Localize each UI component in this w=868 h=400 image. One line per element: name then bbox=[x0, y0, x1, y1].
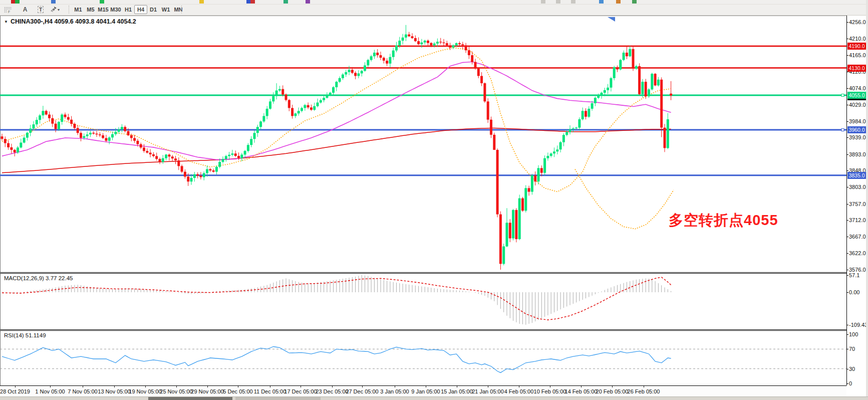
line-handle[interactable] bbox=[841, 94, 844, 97]
toolbar-icon-fragment[interactable] bbox=[199, 0, 204, 4]
candle-body bbox=[304, 105, 306, 108]
template-grid-button[interactable]: F bbox=[4, 5, 15, 14]
candle-body bbox=[588, 109, 590, 117]
candle-body bbox=[651, 74, 653, 89]
candle-body bbox=[332, 87, 335, 93]
candle-body bbox=[80, 133, 82, 138]
timeframe-button-m5[interactable]: M5 bbox=[84, 5, 97, 14]
timeframe-button-m15[interactable]: M15 bbox=[97, 5, 110, 14]
candle-body bbox=[604, 90, 606, 93]
candle-body bbox=[329, 93, 332, 95]
candle-body bbox=[130, 135, 133, 138]
price-axis-tick: 3622.0 bbox=[849, 250, 866, 256]
toolbar-icon-fragment[interactable] bbox=[306, 0, 310, 4]
candle-body bbox=[92, 133, 95, 134]
date-axis-label: 13 Nov 05:00 bbox=[98, 388, 130, 394]
candle-body bbox=[36, 120, 38, 124]
candle-body bbox=[521, 198, 524, 211]
candle-body bbox=[619, 60, 622, 70]
candle-body bbox=[143, 147, 145, 151]
timeframe-button-h4[interactable]: H4 bbox=[134, 5, 147, 14]
toolbar-icon-fragment[interactable] bbox=[250, 0, 255, 4]
candle-body bbox=[512, 210, 514, 239]
chart-shift-marker-icon[interactable] bbox=[608, 17, 615, 22]
candle-body bbox=[629, 49, 631, 57]
window-edge bbox=[866, 0, 868, 400]
price-axis-tick: 3893.0 bbox=[849, 151, 866, 157]
grid-f-icon: F bbox=[4, 7, 12, 13]
candle-body bbox=[234, 153, 237, 156]
candle-body bbox=[209, 169, 211, 171]
level-price-badge: 4055.0 bbox=[847, 92, 866, 99]
candle-body bbox=[496, 150, 499, 215]
tick-mark bbox=[847, 154, 848, 155]
toolbar-icon-fragment[interactable] bbox=[632, 0, 637, 4]
candle-body bbox=[127, 131, 130, 135]
candle-body bbox=[626, 53, 628, 56]
toolbar-icon-fragment[interactable] bbox=[51, 0, 56, 4]
rsi-indicator-chart[interactable] bbox=[0, 331, 846, 385]
candle-body bbox=[171, 156, 174, 158]
timeframe-button-m30[interactable]: M30 bbox=[109, 5, 122, 14]
candle-body bbox=[667, 119, 669, 148]
tick-mark bbox=[847, 137, 848, 138]
toolbar-icon-fragment[interactable] bbox=[541, 0, 545, 4]
chevron-down-icon: ▼ bbox=[57, 8, 61, 12]
toolbar-icon-fragment[interactable] bbox=[571, 0, 575, 4]
timeframe-button-m1[interactable]: M1 bbox=[72, 5, 85, 14]
candle-body bbox=[89, 133, 92, 134]
tick-mark bbox=[847, 270, 848, 270]
candle-body bbox=[534, 175, 536, 181]
clipped-toolbar-row bbox=[0, 0, 868, 5]
candle-body bbox=[373, 53, 376, 56]
candle-body bbox=[616, 67, 619, 69]
chart-menu-triangle-icon[interactable]: ▼ bbox=[4, 20, 8, 24]
candle-body bbox=[102, 135, 104, 138]
candle-body bbox=[288, 100, 291, 108]
text-label-button[interactable]: A bbox=[20, 5, 30, 14]
candle-body bbox=[556, 149, 558, 151]
line-handle[interactable] bbox=[841, 129, 844, 131]
toolbar-icon-fragment[interactable] bbox=[100, 0, 104, 4]
timeframe-button-h1[interactable]: H1 bbox=[122, 5, 135, 14]
bottom-tab-fragment[interactable] bbox=[235, 397, 321, 400]
rsi-axis-tick: 0 bbox=[849, 380, 852, 386]
rsi-axis-tick: 70 bbox=[849, 346, 855, 352]
tick-mark bbox=[332, 386, 333, 387]
date-axis-label: 4 Feb 05:00 bbox=[504, 388, 534, 394]
candle-body bbox=[317, 103, 319, 106]
toolbar-icon-fragment[interactable] bbox=[599, 0, 604, 4]
price-axis[interactable]: 4256.04210.04165.04120.04074.04029.03984… bbox=[846, 16, 866, 385]
toolbar-icon-fragment[interactable] bbox=[15, 0, 20, 4]
tick-mark bbox=[301, 386, 301, 387]
candle-body bbox=[380, 55, 382, 58]
candle-body bbox=[468, 50, 470, 55]
candle-body bbox=[623, 53, 625, 60]
macd-indicator-chart[interactable] bbox=[0, 274, 846, 329]
bottom-tab-fragment[interactable] bbox=[148, 397, 232, 400]
candle-body bbox=[405, 35, 407, 38]
candle-body bbox=[149, 153, 152, 154]
macd-axis-tick: 57.1 bbox=[849, 272, 859, 278]
tick-mark bbox=[395, 386, 395, 387]
candle-body bbox=[537, 168, 540, 181]
date-axis[interactable]: 28 Oct 20191 Nov 05:007 Nov 05:0013 Nov … bbox=[0, 385, 846, 397]
timeframe-button-w1[interactable]: W1 bbox=[159, 5, 172, 14]
tick-mark bbox=[847, 72, 848, 72]
date-axis-label: 25 Nov 05:00 bbox=[160, 388, 192, 394]
toolbar-icon-fragment[interactable] bbox=[283, 0, 288, 4]
timeframe-button-d1[interactable]: D1 bbox=[147, 5, 160, 14]
candle-body bbox=[99, 134, 101, 135]
candle-body bbox=[291, 108, 294, 116]
candle-body bbox=[162, 158, 164, 162]
price-axis-tick: 4256.0 bbox=[849, 19, 866, 25]
text-box-button[interactable]: T bbox=[35, 5, 46, 14]
toolbar-icon-fragment[interactable] bbox=[616, 0, 621, 4]
styles-button[interactable]: ▼ bbox=[50, 5, 66, 14]
candlestick-chart[interactable] bbox=[0, 16, 846, 272]
candle-body bbox=[23, 138, 26, 143]
candle-body bbox=[515, 210, 517, 239]
date-axis-label: 15 Jan 05:00 bbox=[441, 388, 473, 394]
toolbar-icon-fragment[interactable] bbox=[556, 0, 560, 4]
candle-body bbox=[14, 150, 16, 152]
